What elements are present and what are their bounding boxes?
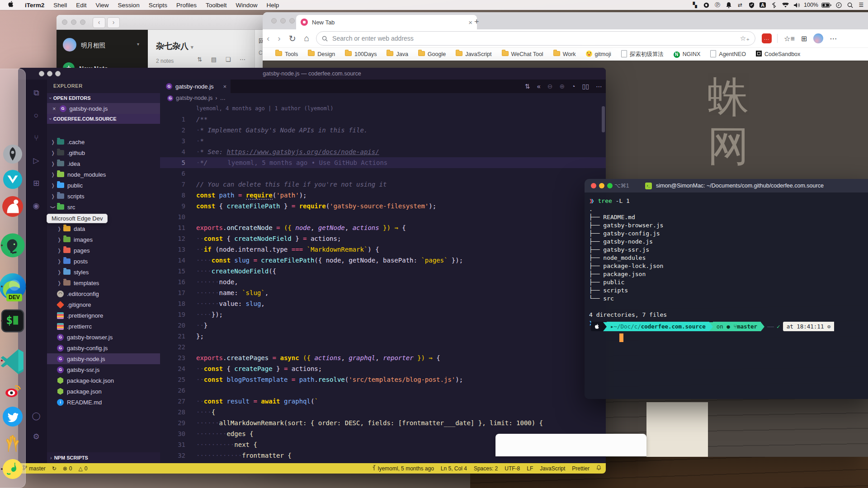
terminal-output[interactable]: ❯❯ tree -L 1.├── README.md├── gatsby-bro… (585, 192, 868, 327)
menu-item-edit[interactable]: Edit (71, 2, 91, 9)
status-Spaces: 2[interactable]: Spaces: 2 (474, 465, 498, 472)
tree-item-.prettierrc[interactable]: .prettierrc (47, 321, 160, 332)
dock-item-twitter[interactable] (2, 406, 24, 429)
tree-item-posts[interactable]: ❭posts (47, 256, 160, 267)
tree-item-.cache[interactable]: ❭.cache (47, 136, 160, 147)
bookmark-item[interactable]: Google (418, 51, 446, 57)
new-tab-button[interactable]: + (474, 18, 479, 26)
zoom-button[interactable] (55, 71, 61, 76)
source-control-icon[interactable]: ⑂ (31, 133, 42, 144)
home-icon[interactable]: ⌂ (304, 33, 309, 43)
menu-app-name[interactable]: iTerm2 (20, 2, 49, 9)
status-lyemoml, 5 months ago[interactable]: lyemoml, 5 months ago (372, 465, 434, 472)
dock-item-v-app[interactable] (2, 169, 23, 192)
tree-item-package-lock.json[interactable]: package-lock.json (47, 375, 160, 386)
bookmark-item[interactable]: CodeSandbox (756, 51, 800, 58)
window-grid-icon[interactable]: ▚ (691, 0, 699, 10)
close-button[interactable] (591, 183, 596, 188)
more-actions-icon[interactable]: ⋯ (596, 83, 602, 90)
bookmark-item[interactable]: Work (553, 51, 576, 57)
tree-item-styles[interactable]: ❭styles (47, 267, 160, 277)
dock-item-evernote[interactable] (0, 232, 26, 260)
menu-item-help[interactable]: Help (262, 2, 283, 9)
tree-item-.github[interactable]: ❭.github (47, 147, 160, 158)
bookmark-item[interactable]: 探索初级算法 (621, 50, 664, 59)
tree-item-public[interactable]: ❭public (47, 180, 160, 191)
bookmark-item[interactable]: Tools (275, 51, 298, 57)
minimize-button[interactable] (71, 19, 76, 25)
avatar[interactable] (63, 38, 76, 52)
menu-item-shell[interactable]: Shell (49, 2, 71, 9)
folder-section-header[interactable]: ›CODERFEE.COM.SOURCE (47, 114, 160, 124)
tree-item-gatsby-ssr.js[interactable]: Ggatsby-ssr.js (47, 364, 160, 375)
zoom-button[interactable] (289, 18, 295, 23)
forward-button[interactable]: › (107, 17, 120, 28)
github-icon[interactable]: ◉ (31, 201, 42, 211)
tree-item-.prettierignore[interactable]: .prettierignore (47, 310, 160, 321)
collections-icon[interactable]: ⊞ (801, 34, 807, 43)
status-bell-icon[interactable] (596, 465, 601, 472)
tree-item-.idea[interactable]: ❭.idea (47, 158, 160, 169)
terminal-titlebar[interactable]: ⌥⌘1 ›_ simon@SimonMac: ~/Documents/com.g… (585, 179, 868, 192)
tree-item-README.md[interactable]: iREADME.md (47, 397, 160, 408)
explorer-icon[interactable]: ⧉ (31, 88, 42, 99)
close-icon[interactable]: × (52, 105, 56, 112)
dock-item-weibo[interactable] (3, 381, 22, 402)
menu-item-window[interactable]: Window (231, 2, 262, 9)
menu-item-toolbelt[interactable]: Toolbelt (201, 2, 231, 9)
list-toolbar-icons[interactable]: ⇅ ▤ ❏ ⋯ (197, 56, 249, 63)
tree-item-.gitignore[interactable]: .gitignore (47, 299, 160, 310)
menu-item-session[interactable]: Session (113, 2, 144, 9)
minimize-button[interactable] (599, 183, 604, 188)
dock-item-bear-notes[interactable] (1, 195, 24, 220)
dock-item-launchpad-rocket[interactable] (2, 144, 23, 166)
extension-icon[interactable]: ... (762, 33, 772, 43)
status-errors-icon[interactable]: ⊗0 (63, 465, 72, 472)
notification-bell-icon[interactable] (725, 0, 733, 10)
npm-scripts-header[interactable]: ›NPM SCRIPTS (47, 452, 160, 463)
bookmark-item[interactable]: 100Days (345, 51, 377, 57)
codelens[interactable]: lyemoml, 4 months ago | 1 author (lyemom… (160, 103, 606, 114)
extensions-icon[interactable]: ⊞ (31, 178, 42, 189)
tree-item-src[interactable]: ❭src (47, 202, 160, 212)
bookmark-item[interactable]: AgentNEO (710, 50, 746, 59)
search-icon[interactable]: ○ (31, 110, 42, 121)
tree-item-images[interactable]: ❭images (47, 234, 160, 245)
back-icon[interactable]: ‹ (267, 33, 269, 43)
minimize-button[interactable] (47, 71, 52, 76)
tree-item-package.json[interactable]: package.json (47, 386, 160, 397)
input-source-a-icon[interactable]: A (759, 0, 767, 10)
bookmark-item[interactable]: gitmoji (586, 51, 611, 58)
menu-item-scripts[interactable]: Scripts (144, 2, 172, 9)
wifi-icon[interactable] (781, 0, 789, 10)
time-machine-icon[interactable] (835, 0, 843, 10)
evernote-icon[interactable] (702, 0, 710, 10)
control-center-icon[interactable]: ☰ (857, 0, 865, 10)
shield-icon[interactable] (747, 0, 755, 10)
zoom-button[interactable] (607, 183, 613, 188)
tree-item-.editorconfig[interactable]: ◠.editorconfig (47, 288, 160, 299)
apple-icon[interactable] (8, 1, 14, 9)
tree-item-gatsby-browser.js[interactable]: Ggatsby-browser.js (47, 332, 160, 343)
gitlens-history-icon[interactable]: ◔ (571, 83, 575, 90)
status-JavaScript[interactable]: JavaScript (540, 465, 565, 472)
tree-item-gatsby-config.js[interactable]: Ggatsby-config.js (47, 343, 160, 353)
account-name[interactable]: 明月相照 (81, 42, 105, 50)
close-button[interactable] (62, 19, 67, 25)
breadcrumb[interactable]: G gatsby-node.js›… (160, 93, 606, 103)
editor-tab[interactable]: G gatsby-node.js × (160, 80, 231, 93)
refresh-icon[interactable]: ↻ (289, 33, 296, 44)
navigate-back-icon[interactable]: « (537, 83, 541, 90)
tree-item-scripts[interactable]: ❭scripts (47, 191, 160, 202)
menu-item-profiles[interactable]: Profiles (172, 2, 201, 9)
add-favorite-icon[interactable]: ☆₊ (740, 34, 750, 42)
bookmark-item[interactable]: Design (308, 51, 335, 57)
close-button[interactable] (271, 18, 277, 23)
debug-icon[interactable]: ▷ (31, 155, 42, 166)
status-sync-icon[interactable]: ↻ (52, 465, 57, 472)
tree-item-templates[interactable]: ❭templates (47, 277, 160, 288)
split-editor-icon[interactable]: ▯▯ (582, 83, 589, 90)
open-editor-item[interactable]: × G gatsby-node.js (47, 103, 160, 114)
close-button[interactable] (39, 71, 44, 76)
dock-item-vscode[interactable] (0, 347, 26, 376)
